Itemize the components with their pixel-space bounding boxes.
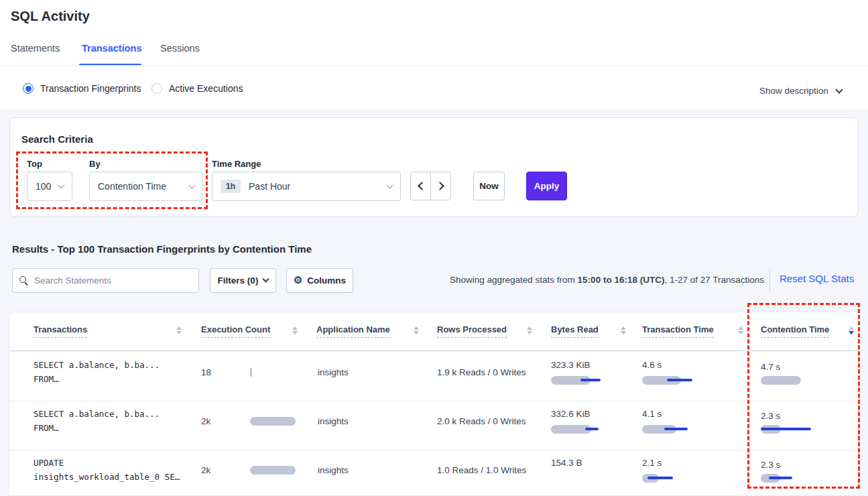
time-range-badge: 1h (221, 180, 241, 193)
column-header-rows-processed[interactable]: Rows Processed (437, 324, 507, 338)
transaction-fingerprint-link[interactable]: SELECT a.balance, b.ba... FROM… (34, 409, 160, 433)
show-description-label: Show description (759, 86, 828, 96)
column-header-contention-time[interactable]: Contention Time (761, 324, 829, 338)
transaction-time-bar (642, 376, 696, 385)
bytes-read-bar (551, 425, 605, 434)
radio-active-executions[interactable]: Active Executions (151, 83, 243, 94)
execution-count-bar (250, 368, 304, 377)
transaction-fingerprint-link[interactable]: SELECT a.balance, b.ba... FROM… (34, 360, 160, 384)
search-criteria-heading: Search Criteria (21, 133, 93, 145)
tab-transactions[interactable]: Transactions (82, 43, 141, 54)
radio-unselected-icon (151, 83, 162, 94)
contention-time-value: 4.7 s (761, 362, 780, 372)
sort-icon-bytes-read[interactable] (621, 326, 626, 334)
sort-icon-rows-processed[interactable] (527, 326, 532, 334)
contention-time-bar (761, 474, 814, 483)
search-input[interactable] (34, 275, 192, 286)
search-statements-field[interactable] (12, 268, 199, 293)
radio-label: Active Executions (169, 83, 243, 94)
tab-statements[interactable]: Statements (11, 43, 60, 54)
chevron-down-icon (387, 182, 393, 189)
radio-label: Transaction Fingerprints (40, 83, 141, 94)
now-button[interactable]: Now (473, 172, 505, 200)
top-label: Top (27, 159, 42, 169)
bytes-read-bar (551, 376, 605, 385)
toolbar-divider (769, 269, 770, 292)
application-name-value: insights (318, 465, 349, 475)
bytes-read-value: 323.3 KiB (551, 360, 591, 370)
header-divider (9, 351, 859, 351)
top-select-value: 100 (36, 181, 51, 192)
row-divider (9, 450, 859, 450)
execution-count-value: 2k (201, 416, 210, 426)
stats-time-range: 15:00 to 16:18 (UTC) (578, 275, 665, 285)
column-header-transaction-time[interactable]: Transaction Time (642, 324, 714, 338)
sort-icon-execution-count[interactable] (292, 326, 298, 334)
reset-sql-stats-link[interactable]: Reset SQL Stats (780, 273, 854, 284)
show-description-toggle[interactable]: Show description (759, 86, 842, 96)
filters-button-label: Filters (0) (218, 275, 259, 286)
contention-time-bar (761, 376, 814, 385)
transaction-fingerprint-link[interactable]: UPDATE insights_workload_table_0 SE… (34, 458, 180, 482)
chevron-left-icon (418, 182, 426, 190)
by-select-value: Contention Time (98, 181, 166, 192)
chevron-down-icon (58, 182, 65, 189)
sort-icon-application-name[interactable] (414, 326, 419, 334)
row-divider (9, 401, 859, 401)
time-range-value: Past Hour (249, 181, 290, 192)
view-toggle-bar: Transaction Fingerprints Active Executio… (0, 66, 868, 109)
application-name-value: insights (318, 416, 349, 426)
column-header-bytes-read[interactable]: Bytes Read (551, 324, 599, 338)
by-select[interactable]: Contention Time (89, 172, 203, 201)
sort-icon-transactions[interactable] (176, 326, 182, 334)
time-next-button[interactable] (430, 172, 451, 200)
top-select[interactable]: 100 (27, 172, 72, 201)
filters-button[interactable]: Filters (0) (210, 268, 276, 293)
chevron-right-icon (436, 182, 444, 190)
chevron-down-icon (263, 276, 269, 283)
execution-count-bar (250, 466, 304, 475)
chevron-down-icon (835, 86, 843, 93)
column-header-execution-count[interactable]: Execution Count (201, 324, 270, 338)
contention-time-value: 2.3 s (761, 411, 780, 421)
rows-processed-value: 1.9 k Reads / 0 Writes (437, 367, 526, 377)
application-name-value: insights (318, 367, 349, 377)
transaction-time-bar (642, 474, 696, 483)
contention-time-bar (761, 425, 814, 434)
sql-activity-page: SQL Activity Statements Transactions Ses… (0, 0, 868, 496)
results-heading: Results - Top 100 Transaction Fingerprin… (12, 243, 312, 255)
radio-selected-icon (23, 83, 34, 94)
transaction-time-bar (642, 425, 696, 434)
bytes-read-value: 332.6 KiB (551, 409, 591, 419)
apply-button[interactable]: Apply (526, 172, 567, 200)
tab-sessions[interactable]: Sessions (160, 43, 200, 54)
column-header-transactions[interactable]: Transactions (34, 324, 87, 338)
rows-processed-value: 1.0 Reads / 1.0 Writes (437, 465, 526, 475)
transaction-time-value: 4.1 s (642, 409, 662, 419)
radio-transaction-fingerprints[interactable]: Transaction Fingerprints (23, 83, 141, 94)
sort-icon-transaction-time[interactable] (738, 326, 743, 334)
rows-processed-value: 2.0 k Reads / 0 Writes (437, 416, 526, 426)
time-range-label: Time Range (212, 159, 261, 169)
execution-count-value: 18 (201, 367, 211, 377)
page-title: SQL Activity (11, 9, 90, 24)
time-range-select[interactable]: 1h Past Hour (212, 172, 401, 201)
time-prev-button[interactable] (410, 172, 431, 200)
transaction-time-value: 4.6 s (642, 360, 662, 370)
execution-count-bar (250, 417, 304, 426)
apply-button-label: Apply (534, 181, 560, 191)
now-button-label: Now (479, 181, 499, 191)
contention-time-value: 2.3 s (761, 460, 780, 470)
execution-count-value: 2k (201, 465, 210, 475)
chevron-down-icon (189, 182, 196, 189)
transaction-time-value: 2.1 s (642, 458, 662, 468)
gear-icon: ⚙ (294, 274, 302, 286)
by-label: By (89, 159, 101, 169)
aggregated-stats-text: Showing aggregated stats from 15:00 to 1… (335, 275, 764, 285)
search-icon (19, 276, 29, 286)
bytes-read-value: 154.3 B (551, 458, 582, 468)
column-header-application-name[interactable]: Application Name (316, 324, 390, 338)
sort-icon-contention-time-desc[interactable] (849, 326, 854, 334)
search-criteria-card (9, 117, 859, 217)
